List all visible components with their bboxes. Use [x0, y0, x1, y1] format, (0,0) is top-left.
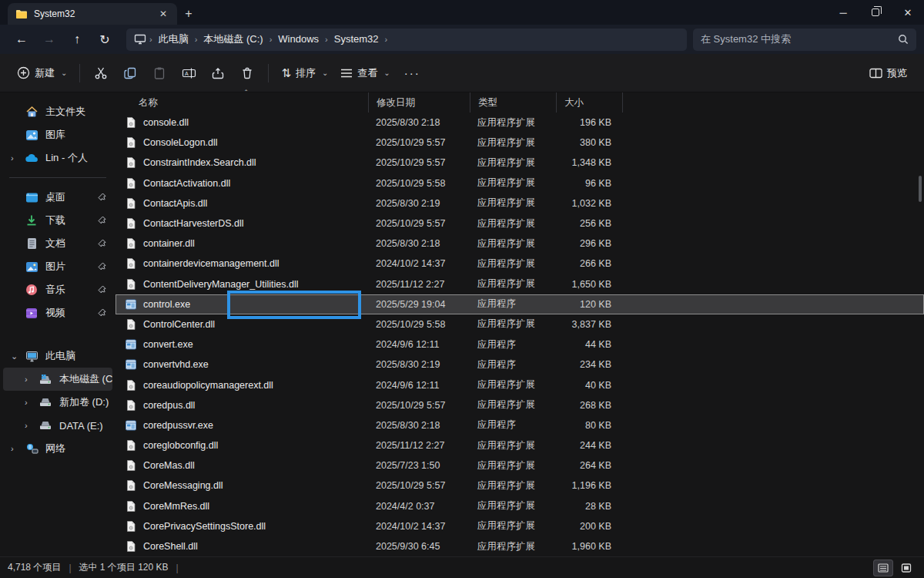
chevron-icon[interactable]: ›	[25, 421, 38, 430]
breadcrumb-item[interactable]: 此电脑	[154, 32, 193, 46]
copy-button[interactable]	[116, 60, 145, 86]
file-row[interactable]: console.dll2025/8/30 2:18应用程序扩展196 KB	[116, 113, 924, 133]
file-date-modified: 2025/8/30 2:18	[368, 117, 470, 128]
sidebar-item-gallery[interactable]: 图库	[3, 123, 112, 146]
search-box[interactable]: 在 System32 中搜索	[693, 29, 916, 51]
breadcrumb-item[interactable]: System32	[330, 32, 383, 46]
column-header-date[interactable]: 修改日期	[368, 92, 470, 113]
details-view-button[interactable]	[873, 560, 893, 576]
sidebar-item-onedrive[interactable]: ›Lin - 个人	[3, 146, 112, 170]
gallery-icon	[25, 128, 38, 142]
forward-button[interactable]: →	[35, 28, 63, 51]
file-row[interactable]: convert.exe2024/9/6 12:11应用程序44 KB	[116, 334, 924, 355]
back-button[interactable]: ←	[8, 28, 35, 51]
sidebar-item-label: 主文件夹	[45, 105, 112, 119]
file-row[interactable]: CorePrivacySettingsStore.dll2024/10/2 14…	[116, 516, 924, 536]
chevron-icon[interactable]: ›	[25, 375, 38, 384]
sort-button[interactable]: ⇅ 排序 ⌄	[275, 62, 334, 85]
share-button[interactable]	[203, 60, 233, 86]
file-date-modified: 2024/9/6 12:11	[368, 339, 470, 350]
file-name: containerdevicemanagement.dll	[116, 257, 368, 270]
sidebar-item-music[interactable]: 音乐	[3, 278, 112, 301]
restore-button[interactable]	[859, 0, 892, 25]
file-size: 1,196 KB	[556, 480, 622, 491]
sidebar-item-drive[interactable]: ›新加卷 (D:)	[3, 391, 112, 414]
column-header-name[interactable]: 名称	[116, 92, 368, 113]
file-type: 应用程序扩展	[470, 156, 556, 170]
documents-icon	[25, 237, 38, 250]
view-button[interactable]: 查看 ⌄	[334, 62, 396, 85]
sidebar-item-drivec[interactable]: ›本地磁盘 (C:)	[3, 368, 112, 391]
file-name: coreaudiopolicymanagerext.dll	[116, 379, 368, 391]
up-button[interactable]: ↑	[63, 28, 91, 51]
command-toolbar: 新建 ⌄ A ⇅ 排序 ⌄ 查看 ⌄	[0, 54, 924, 92]
file-row[interactable]: CoreShell.dll2025/9/30 6:45应用程序扩展1,960 K…	[116, 536, 924, 556]
close-button[interactable]: ✕	[892, 0, 924, 25]
delete-button[interactable]	[233, 60, 262, 86]
file-row[interactable]: coredpussvr.exe2025/8/30 2:18应用程序80 KB	[116, 415, 924, 435]
file-type: 应用程序扩展	[470, 459, 556, 472]
file-size: 44 KB	[556, 339, 622, 350]
file-row[interactable]: container.dll2025/8/30 2:18应用程序扩展296 KB	[116, 234, 924, 254]
refresh-button[interactable]: ↻	[91, 28, 119, 51]
file-row[interactable]: ControlCenter.dll2025/10/29 5:58应用程序扩展3,…	[116, 314, 924, 334]
file-row[interactable]: ContactApis.dll2025/8/30 2:19应用程序扩展1,032…	[116, 193, 924, 213]
file-row[interactable]: CoreMas.dll2025/7/23 1:50应用程序扩展264 KB	[116, 455, 924, 476]
sidebar-item-label: 图片	[45, 260, 98, 274]
sidebar-item-videos[interactable]: 视频	[3, 301, 112, 324]
icons-view-button[interactable]	[896, 560, 916, 576]
new-button[interactable]: 新建 ⌄	[11, 62, 73, 85]
preview-button[interactable]: 预览	[863, 62, 913, 85]
breadcrumb: ›此电脑›本地磁盘 (C:)›Windows›System32›	[148, 32, 389, 46]
file-row[interactable]: coreaudiopolicymanagerext.dll2024/9/6 12…	[116, 375, 924, 395]
chevron-icon[interactable]: ›	[11, 444, 25, 453]
rename-button[interactable]: A	[174, 60, 203, 86]
breadcrumb-item[interactable]: 本地磁盘 (C:)	[199, 32, 267, 46]
sidebar-item-pictures[interactable]: 图片	[3, 255, 112, 278]
file-row[interactable]: convertvhd.exe2025/8/30 2:19应用程序234 KB	[116, 355, 924, 375]
chevron-icon[interactable]: ›	[25, 398, 38, 407]
file-type: 应用程序扩展	[470, 237, 556, 250]
file-row[interactable]: control.exe2025/5/29 19:04应用程序120 KB	[116, 294, 924, 314]
chevron-icon[interactable]: ⌄	[11, 351, 25, 361]
sidebar-item-documents[interactable]: 文档	[3, 232, 112, 255]
address-bar[interactable]: ›此电脑›本地磁盘 (C:)›Windows›System32›	[126, 29, 687, 51]
file-type: 应用程序扩展	[470, 540, 556, 553]
breadcrumb-item[interactable]: Windows	[273, 32, 323, 46]
sidebar-item-thispc[interactable]: ⌄此电脑	[3, 344, 112, 368]
sidebar-item-label: 此电脑	[45, 349, 112, 363]
file-row[interactable]: ConstraintIndex.Search.dll2025/10/29 5:5…	[116, 153, 924, 173]
column-header-type[interactable]: 类型	[470, 92, 556, 113]
explorer-tab[interactable]: System32 ✕	[8, 3, 177, 25]
file-date-modified: 2025/8/30 2:19	[368, 359, 470, 370]
new-tab-button[interactable]: +	[177, 3, 200, 25]
file-row[interactable]: ContentDeliveryManager_Utilities.dll2025…	[116, 274, 924, 294]
file-row[interactable]: ConsoleLogon.dll2025/10/29 5:57应用程序扩展380…	[116, 133, 924, 153]
file-row[interactable]: CoreMessaging.dll2025/10/29 5:57应用程序扩展1,…	[116, 476, 924, 496]
vertical-scrollbar[interactable]	[919, 176, 922, 202]
cut-button[interactable]	[86, 60, 116, 86]
tab-close-icon[interactable]: ✕	[156, 6, 171, 22]
sidebar-item-network[interactable]: ›网络	[3, 437, 112, 460]
chevron-icon[interactable]: ›	[11, 153, 25, 163]
rename-icon: A	[182, 66, 196, 80]
sidebar-item-desktop[interactable]: 桌面	[3, 186, 112, 209]
sidebar-item-home[interactable]: 主文件夹	[3, 100, 112, 123]
file-row[interactable]: ContactActivation.dll2025/10/29 5:58应用程序…	[116, 173, 924, 193]
search-icon	[898, 34, 909, 45]
sidebar-item-downloads[interactable]: 下载	[3, 209, 112, 232]
file-row[interactable]: CoreMmRes.dll2024/4/2 0:37应用程序扩展28 KB	[116, 496, 924, 516]
sidebar-item-drive[interactable]: ›DATA (E:)	[3, 414, 112, 437]
dll-file-icon	[125, 379, 137, 391]
file-row[interactable]: coreglobconfig.dll2025/11/12 2:27应用程序扩展2…	[116, 435, 924, 455]
file-row[interactable]: containerdevicemanagement.dll2024/10/2 1…	[116, 254, 924, 274]
file-row[interactable]: ContactHarvesterDS.dll2025/10/29 5:57应用程…	[116, 213, 924, 234]
minimize-button[interactable]: ─	[827, 0, 859, 25]
drive-c-icon	[38, 372, 52, 386]
more-options-button[interactable]: ···	[397, 66, 428, 79]
dll-file-icon	[125, 136, 137, 149]
paste-button[interactable]	[145, 60, 174, 86]
column-header-size[interactable]: 大小	[556, 92, 622, 113]
file-row[interactable]: coredpus.dll2025/10/29 5:57应用程序扩展268 KB	[116, 395, 924, 415]
chevron-down-icon: ⌄	[61, 69, 67, 77]
